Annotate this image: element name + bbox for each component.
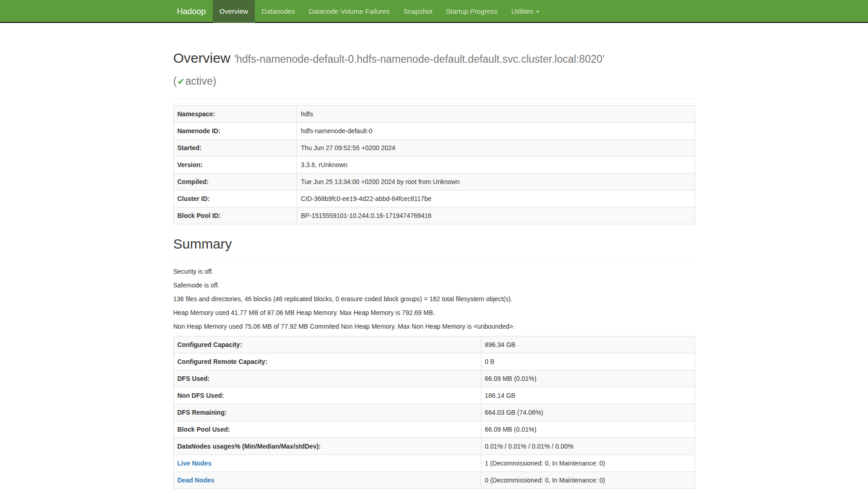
row-label: Live Nodes — [173, 455, 481, 471]
row-label: Started: — [173, 140, 297, 157]
row-label: Non DFS Used: — [173, 387, 481, 404]
row-value: 66.09 MB (0.01%) — [481, 421, 695, 438]
row-value: 0.01% / 0.01% / 0.01% / 0.00% — [481, 438, 695, 455]
row-label: Configured Remote Capacity: — [173, 353, 481, 370]
table-row: Non DFS Used:186.14 GB — [173, 387, 695, 404]
row-value: 3.3.6, rUnknown — [297, 157, 695, 173]
summary-line: Safemode is off. — [173, 281, 695, 290]
summary-text: Security is off.Safemode is off.136 file… — [173, 267, 695, 331]
caret-down-icon — [536, 11, 539, 13]
navbar: Hadoop OverviewDatanodesDatanode Volume … — [0, 0, 868, 23]
table-row: Block Pool Used:66.09 MB (0.01%) — [173, 421, 695, 438]
table-row: Namenode ID:hdfs-namenode-default-0 — [173, 123, 695, 140]
row-value: 0 (Decommissioned: 0, In Maintenance: 0) — [481, 471, 695, 488]
nav-item-utilities: Utilities — [504, 0, 546, 23]
row-label: Namenode ID: — [173, 123, 297, 140]
main-content: Overview 'hdfs-namenode-default-0.hdfs-n… — [173, 48, 695, 489]
table-row: Configured Remote Capacity:0 B — [173, 353, 695, 370]
summary-line: Non Heap Memory used 75.06 MB of 77.92 M… — [173, 322, 695, 331]
table-row: Cluster ID:CID-368b9fc0-ee19-4d22-abbd-8… — [173, 190, 695, 207]
table-row: Dead Nodes0 (Decommissioned: 0, In Maint… — [173, 471, 695, 488]
brand-link[interactable]: Hadoop — [173, 0, 213, 23]
ha-state: (✔active) — [173, 75, 216, 87]
row-value: 1 (Decommissioned: 0, In Maintenance: 0) — [481, 455, 695, 471]
row-value: BP-1515559101-10.244.0.16-1719474769416 — [297, 207, 695, 224]
row-label: Version: — [173, 157, 297, 173]
summary-heading: Summary — [173, 233, 695, 254]
live-nodes-link[interactable]: Live Nodes — [178, 460, 212, 467]
row-label: DFS Remaining: — [173, 404, 481, 421]
nav-link-datanodes[interactable]: Datanodes — [255, 0, 302, 23]
page-title-subtitle: 'hdfs-namenode-default-0.hdfs-namenode-d… — [173, 53, 605, 87]
navbar-container: Hadoop OverviewDatanodesDatanode Volume … — [173, 0, 695, 23]
row-value: 66.09 MB (0.01%) — [481, 370, 695, 387]
table-row: Live Nodes1 (Decommissioned: 0, In Maint… — [173, 455, 695, 471]
info-table-body: Namespace:hdfsNamenode ID:hdfs-namenode-… — [173, 106, 695, 224]
nav-item-startup-progress: Startup Progress — [439, 0, 505, 23]
row-value: 0 B — [481, 353, 695, 370]
navbar-menu: OverviewDatanodesDatanode Volume Failure… — [213, 0, 546, 23]
divider — [173, 98, 695, 99]
row-label: DFS Used: — [173, 370, 481, 387]
dead-nodes-link[interactable]: Dead Nodes — [178, 477, 215, 484]
row-label: Compiled: — [173, 173, 297, 190]
nav-link-startup-progress[interactable]: Startup Progress — [439, 0, 505, 23]
row-value: Tue Jun 25 13:34:00 +0200 2024 by root f… — [297, 173, 695, 190]
namenode-address: 'hdfs-namenode-default-0.hdfs-namenode-d… — [234, 53, 604, 65]
check-icon: ✔ — [177, 76, 185, 87]
nav-item-datanode-volume-failures: Datanode Volume Failures — [302, 0, 397, 23]
row-value: 186.14 GB — [481, 387, 695, 404]
table-row: Namespace:hdfs — [173, 106, 695, 123]
nav-item-overview: Overview — [213, 0, 255, 23]
row-label: Cluster ID: — [173, 190, 297, 207]
nav-link-overview[interactable]: Overview — [213, 0, 255, 23]
row-value: hdfs — [297, 106, 695, 123]
table-row: Started:Thu Jun 27 09:52:55 +0200 2024 — [173, 140, 695, 157]
row-value: hdfs-namenode-default-0 — [297, 123, 695, 140]
row-label: Namespace: — [173, 106, 297, 123]
divider — [173, 260, 695, 261]
page-title-text: Overview — [173, 50, 231, 65]
summary-table-body: Configured Capacity:896.34 GBConfigured … — [173, 336, 695, 488]
nav-link-datanode-volume-failures[interactable]: Datanode Volume Failures — [302, 0, 397, 23]
row-label: Block Pool Used: — [173, 421, 481, 438]
nav-item-datanodes: Datanodes — [255, 0, 302, 23]
summary-line: 136 files and directories, 46 blocks (46… — [173, 295, 695, 304]
table-row: DataNodes usages% (Min/Median/Max/stdDev… — [173, 438, 695, 455]
nav-link-utilities[interactable]: Utilities — [504, 0, 546, 23]
nav-item-snapshot: Snapshot — [396, 0, 439, 23]
page-title: Overview 'hdfs-namenode-default-0.hdfs-n… — [173, 48, 695, 92]
row-value: CID-368b9fc0-ee19-4d22-abbd-84fcec8117be — [297, 190, 695, 207]
row-label: Configured Capacity: — [173, 336, 481, 353]
table-row: Block Pool ID:BP-1515559101-10.244.0.16-… — [173, 207, 695, 224]
nav-link-snapshot[interactable]: Snapshot — [396, 0, 439, 23]
row-value: 664.03 GB (74.08%) — [481, 404, 695, 421]
summary-line: Security is off. — [173, 267, 695, 276]
row-value: 896.34 GB — [481, 336, 695, 353]
row-label: Block Pool ID: — [173, 207, 297, 224]
table-row: DFS Remaining:664.03 GB (74.08%) — [173, 404, 695, 421]
info-table: Namespace:hdfsNamenode ID:hdfs-namenode-… — [173, 105, 695, 224]
table-row: Compiled:Tue Jun 25 13:34:00 +0200 2024 … — [173, 173, 695, 190]
row-label: Dead Nodes — [173, 471, 481, 488]
row-label: DataNodes usages% (Min/Median/Max/stdDev… — [173, 438, 481, 455]
summary-line: Heap Memory used 41.77 MB of 87.06 MB He… — [173, 309, 695, 318]
row-value: Thu Jun 27 09:52:55 +0200 2024 — [297, 140, 695, 157]
table-row: Version:3.3.6, rUnknown — [173, 157, 695, 173]
table-row: DFS Used:66.09 MB (0.01%) — [173, 370, 695, 387]
table-row: Configured Capacity:896.34 GB — [173, 336, 695, 353]
summary-table: Configured Capacity:896.34 GBConfigured … — [173, 336, 695, 489]
